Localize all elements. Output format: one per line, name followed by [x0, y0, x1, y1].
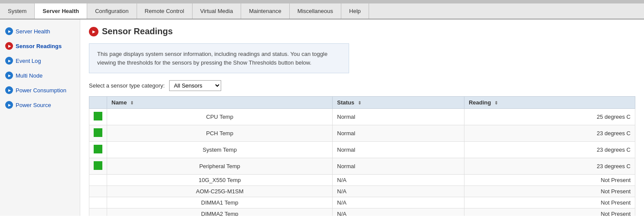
reading-sort-arrows[interactable]: ⇕ [494, 101, 498, 105]
row-status-cell: Normal [333, 109, 464, 125]
row-indicator-cell [89, 142, 107, 158]
row-indicator-cell [89, 109, 107, 125]
row-reading-cell: Not Present [464, 175, 635, 186]
page-title-icon [89, 27, 98, 36]
sidebar-arrow-sensor-readings [5, 42, 13, 50]
sidebar-item-sensor-readings[interactable]: Sensor Readings [0, 39, 80, 53]
row-name-cell: DIMMA1 Temp [107, 197, 333, 208]
sidebar-item-power-source[interactable]: Power Source [0, 98, 80, 112]
table-row: DIMMA2 TempN/ANot Present [89, 208, 635, 216]
row-reading-cell: Not Present [464, 197, 635, 208]
table-row: CPU TempNormal25 degrees C [89, 109, 635, 125]
sidebar-arrow-power-consumption [5, 86, 13, 94]
row-status-cell: N/A [333, 208, 464, 216]
green-status-indicator [94, 145, 102, 153]
col-indicator [89, 97, 107, 109]
sidebar-label-power-source: Power Source [16, 102, 51, 108]
table-row: 10G_X550 TempN/ANot Present [89, 175, 635, 186]
sidebar-item-server-health[interactable]: Server Health [0, 24, 80, 39]
sidebar-label-power-consumption: Power Consumption [16, 87, 66, 94]
row-reading-cell: Not Present [464, 208, 635, 216]
top-decorative-bar [0, 0, 644, 3]
table-row: PCH TempNormal23 degrees C [89, 125, 635, 142]
nav-server-health[interactable]: Server Health [35, 3, 87, 19]
sidebar-label-sensor-readings: Sensor Readings [16, 43, 62, 49]
sidebar-label-server-health: Server Health [16, 28, 50, 35]
row-indicator-cell [89, 175, 107, 186]
row-status-cell: Normal [333, 125, 464, 142]
sidebar-item-power-consumption[interactable]: Power Consumption [0, 83, 80, 98]
sensor-table: Name ⇕ Status ⇕ Reading ⇕ CPU TempNormal… [89, 96, 635, 216]
sidebar-arrow-power-source [5, 101, 13, 109]
row-name-cell: System Temp [107, 142, 333, 158]
row-reading-cell: 23 degrees C [464, 142, 635, 158]
green-status-indicator [94, 128, 102, 137]
row-status-cell: Normal [333, 158, 464, 175]
row-name-cell: Peripheral Temp [107, 158, 333, 175]
green-status-indicator [94, 112, 102, 120]
col-reading: Reading ⇕ [464, 97, 635, 109]
sidebar-label-multi-node: Multi Node [16, 72, 42, 79]
nav-help[interactable]: Help [341, 3, 369, 19]
col-status: Status ⇕ [333, 97, 464, 109]
table-row: DIMMA1 TempN/ANot Present [89, 197, 635, 208]
sidebar-item-multi-node[interactable]: Multi Node [0, 68, 80, 83]
row-reading-cell: 23 degrees C [464, 125, 635, 142]
table-row: AOM-C25G-M1SMN/ANot Present [89, 186, 635, 197]
name-sort-arrows[interactable]: ⇕ [130, 101, 134, 105]
row-status-cell: Normal [333, 142, 464, 158]
sensor-type-select[interactable]: All Sensors Temperature Voltage Fan Powe… [169, 80, 221, 91]
nav-remote-control[interactable]: Remote Control [137, 3, 193, 19]
row-name-cell: PCH Temp [107, 125, 333, 142]
nav-virtual-media[interactable]: Virtual Media [193, 3, 242, 19]
row-indicator-cell [89, 186, 107, 197]
main-layout: Server Health Sensor Readings Event Log … [0, 20, 644, 216]
row-indicator-cell [89, 158, 107, 175]
status-sort-arrows[interactable]: ⇕ [358, 101, 361, 105]
table-row: Peripheral TempNormal23 degrees C [89, 158, 635, 175]
sidebar-label-event-log: Event Log [16, 58, 41, 64]
main-nav: System Server Health Configuration Remot… [0, 3, 644, 20]
row-indicator-cell [89, 197, 107, 208]
row-name-cell: 10G_X550 Temp [107, 175, 333, 186]
nav-configuration[interactable]: Configuration [87, 3, 137, 19]
row-reading-cell: 25 degrees C [464, 109, 635, 125]
row-status-cell: N/A [333, 175, 464, 186]
row-indicator-cell [89, 125, 107, 142]
row-reading-cell: Not Present [464, 186, 635, 197]
nav-system[interactable]: System [0, 3, 35, 19]
table-header-row: Name ⇕ Status ⇕ Reading ⇕ [89, 97, 635, 109]
select-label: Select a sensor type category: [89, 82, 165, 89]
col-name: Name ⇕ [107, 97, 333, 109]
row-status-cell: N/A [333, 197, 464, 208]
table-row: System TempNormal23 degrees C [89, 142, 635, 158]
nav-miscellaneous[interactable]: Miscellaneous [290, 3, 341, 19]
row-reading-cell: 23 degrees C [464, 158, 635, 175]
page-title-row: Sensor Readings [89, 26, 635, 36]
info-box: This page displays system sensor informa… [89, 43, 349, 73]
page-title: Sensor Readings [102, 26, 173, 36]
sidebar-arrow-multi-node [5, 72, 13, 79]
main-content: Sensor Readings This page displays syste… [80, 20, 644, 216]
row-name-cell: DIMMA2 Temp [107, 208, 333, 216]
green-status-indicator [94, 161, 102, 170]
row-name-cell: AOM-C25G-M1SM [107, 186, 333, 197]
sidebar-arrow-server-health [5, 27, 13, 35]
info-text: This page displays system sensor informa… [97, 51, 327, 66]
row-status-cell: N/A [333, 186, 464, 197]
sidebar-arrow-event-log [5, 57, 13, 65]
row-indicator-cell [89, 208, 107, 216]
sidebar: Server Health Sensor Readings Event Log … [0, 20, 80, 216]
sidebar-item-event-log[interactable]: Event Log [0, 53, 80, 68]
nav-maintenance[interactable]: Maintenance [241, 3, 289, 19]
sensor-select-row: Select a sensor type category: All Senso… [89, 80, 635, 91]
row-name-cell: CPU Temp [107, 109, 333, 125]
